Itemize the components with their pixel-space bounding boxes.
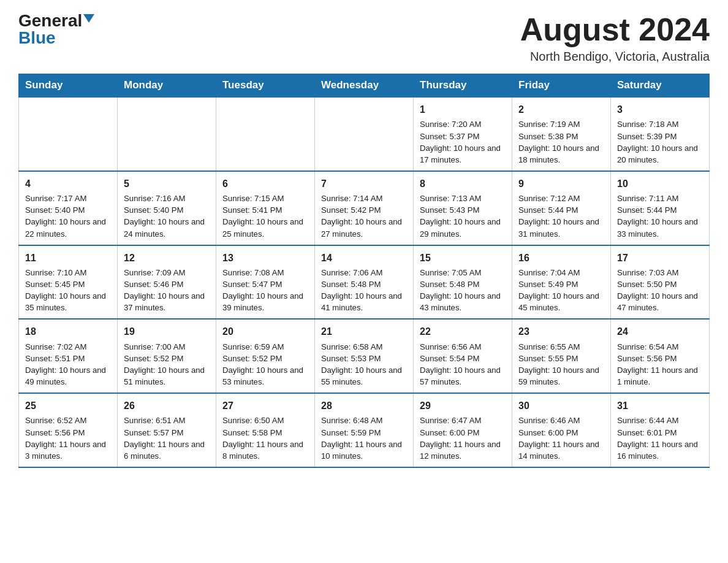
day-number: 1 [420, 102, 506, 117]
day-number: 4 [25, 177, 111, 191]
day-number: 6 [222, 177, 308, 191]
day-info: Sunrise: 7:04 AMSunset: 5:49 PMDaylight:… [518, 267, 604, 314]
day-info: Sunrise: 6:47 AMSunset: 6:00 PMDaylight:… [420, 415, 506, 462]
calendar-empty-cell [315, 97, 414, 171]
day-info: Sunrise: 6:48 AMSunset: 5:59 PMDaylight:… [321, 415, 407, 462]
day-info: Sunrise: 7:08 AMSunset: 5:47 PMDaylight:… [222, 267, 308, 314]
calendar-day-cell: 26Sunrise: 6:51 AMSunset: 5:57 PMDayligh… [118, 393, 216, 467]
calendar-week-row: 25Sunrise: 6:52 AMSunset: 5:56 PMDayligh… [19, 393, 710, 467]
day-number: 12 [124, 251, 210, 265]
day-info: Sunrise: 7:19 AMSunset: 5:38 PMDaylight:… [518, 118, 604, 166]
calendar-day-cell: 7Sunrise: 7:14 AMSunset: 5:42 PMDaylight… [315, 171, 414, 245]
day-info: Sunrise: 7:13 AMSunset: 5:43 PMDaylight:… [420, 193, 506, 240]
day-number: 16 [518, 251, 604, 265]
day-info: Sunrise: 7:00 AMSunset: 5:52 PMDaylight:… [124, 341, 210, 388]
month-title: August 2024 [520, 12, 710, 47]
calendar-day-cell: 27Sunrise: 6:50 AMSunset: 5:58 PMDayligh… [216, 393, 315, 467]
calendar-table: SundayMondayTuesdayWednesdayThursdayFrid… [18, 74, 710, 468]
calendar-day-cell: 17Sunrise: 7:03 AMSunset: 5:50 PMDayligh… [611, 245, 710, 320]
day-number: 18 [25, 324, 111, 339]
day-info: Sunrise: 7:06 AMSunset: 5:48 PMDaylight:… [321, 267, 407, 314]
day-info: Sunrise: 6:44 AMSunset: 6:01 PMDaylight:… [617, 415, 703, 462]
day-number: 21 [321, 324, 407, 339]
calendar-day-cell: 9Sunrise: 7:12 AMSunset: 5:44 PMDaylight… [512, 171, 611, 245]
calendar-day-cell: 20Sunrise: 6:59 AMSunset: 5:52 PMDayligh… [216, 319, 315, 393]
day-info: Sunrise: 7:15 AMSunset: 5:41 PMDaylight:… [222, 193, 308, 240]
calendar-day-cell: 13Sunrise: 7:08 AMSunset: 5:47 PMDayligh… [216, 245, 315, 320]
calendar-header-row: SundayMondayTuesdayWednesdayThursdayFrid… [19, 74, 710, 98]
calendar-day-cell: 12Sunrise: 7:09 AMSunset: 5:46 PMDayligh… [118, 245, 216, 320]
day-number: 31 [617, 399, 703, 413]
day-info: Sunrise: 7:09 AMSunset: 5:46 PMDaylight:… [124, 267, 210, 314]
day-number: 23 [518, 324, 604, 339]
calendar-day-cell: 19Sunrise: 7:00 AMSunset: 5:52 PMDayligh… [118, 319, 216, 393]
calendar-day-cell: 22Sunrise: 6:56 AMSunset: 5:54 PMDayligh… [414, 319, 512, 393]
calendar-day-cell: 5Sunrise: 7:16 AMSunset: 5:40 PMDaylight… [118, 171, 216, 245]
day-info: Sunrise: 7:20 AMSunset: 5:37 PMDaylight:… [420, 118, 506, 166]
calendar-day-cell: 15Sunrise: 7:05 AMSunset: 5:48 PMDayligh… [414, 245, 512, 320]
day-info: Sunrise: 7:14 AMSunset: 5:42 PMDaylight:… [321, 193, 407, 240]
calendar-empty-cell [118, 97, 216, 171]
day-number: 26 [124, 399, 210, 413]
day-info: Sunrise: 6:54 AMSunset: 5:56 PMDaylight:… [617, 341, 703, 388]
logo-general-text: General [18, 12, 82, 29]
day-info: Sunrise: 7:11 AMSunset: 5:44 PMDaylight:… [617, 193, 703, 240]
day-number: 17 [617, 251, 703, 265]
day-info: Sunrise: 6:51 AMSunset: 5:57 PMDaylight:… [124, 415, 210, 462]
day-number: 27 [222, 399, 308, 413]
day-info: Sunrise: 6:52 AMSunset: 5:56 PMDaylight:… [25, 415, 111, 462]
calendar-week-row: 4Sunrise: 7:17 AMSunset: 5:40 PMDaylight… [19, 171, 710, 245]
day-header-wednesday: Wednesday [315, 74, 414, 98]
day-info: Sunrise: 7:12 AMSunset: 5:44 PMDaylight:… [518, 193, 604, 240]
calendar-day-cell: 24Sunrise: 6:54 AMSunset: 5:56 PMDayligh… [611, 319, 710, 393]
day-info: Sunrise: 7:16 AMSunset: 5:40 PMDaylight:… [124, 193, 210, 240]
day-number: 7 [321, 177, 407, 191]
calendar-day-cell: 3Sunrise: 7:18 AMSunset: 5:39 PMDaylight… [611, 97, 710, 171]
day-number: 14 [321, 251, 407, 265]
calendar-day-cell: 1Sunrise: 7:20 AMSunset: 5:37 PMDaylight… [414, 97, 512, 171]
calendar-day-cell: 25Sunrise: 6:52 AMSunset: 5:56 PMDayligh… [19, 393, 118, 467]
day-info: Sunrise: 6:58 AMSunset: 5:53 PMDaylight:… [321, 341, 407, 388]
day-header-thursday: Thursday [414, 74, 512, 98]
day-number: 11 [25, 251, 111, 265]
day-number: 20 [222, 324, 308, 339]
calendar-day-cell: 16Sunrise: 7:04 AMSunset: 5:49 PMDayligh… [512, 245, 611, 320]
day-number: 29 [420, 399, 506, 413]
day-number: 22 [420, 324, 506, 339]
day-info: Sunrise: 7:10 AMSunset: 5:45 PMDaylight:… [25, 267, 111, 314]
calendar-week-row: 11Sunrise: 7:10 AMSunset: 5:45 PMDayligh… [19, 245, 710, 320]
day-info: Sunrise: 6:55 AMSunset: 5:55 PMDaylight:… [518, 341, 604, 388]
page-header: General Blue August 2024 North Bendigo, … [18, 12, 710, 64]
day-info: Sunrise: 6:50 AMSunset: 5:58 PMDaylight:… [222, 415, 308, 462]
calendar-week-row: 1Sunrise: 7:20 AMSunset: 5:37 PMDaylight… [19, 97, 710, 171]
day-info: Sunrise: 6:59 AMSunset: 5:52 PMDaylight:… [222, 341, 308, 388]
day-number: 2 [518, 102, 604, 117]
day-number: 28 [321, 399, 407, 413]
calendar-empty-cell [216, 97, 315, 171]
day-info: Sunrise: 7:17 AMSunset: 5:40 PMDaylight:… [25, 193, 111, 240]
day-number: 9 [518, 177, 604, 191]
calendar-day-cell: 31Sunrise: 6:44 AMSunset: 6:01 PMDayligh… [611, 393, 710, 467]
day-info: Sunrise: 7:02 AMSunset: 5:51 PMDaylight:… [25, 341, 111, 388]
calendar-day-cell: 23Sunrise: 6:55 AMSunset: 5:55 PMDayligh… [512, 319, 611, 393]
day-number: 13 [222, 251, 308, 265]
day-number: 15 [420, 251, 506, 265]
calendar-day-cell: 18Sunrise: 7:02 AMSunset: 5:51 PMDayligh… [19, 319, 118, 393]
day-header-monday: Monday [118, 74, 216, 98]
calendar-empty-cell [19, 97, 118, 171]
day-number: 25 [25, 399, 111, 413]
day-number: 19 [124, 324, 210, 339]
calendar-day-cell: 10Sunrise: 7:11 AMSunset: 5:44 PMDayligh… [611, 171, 710, 245]
calendar-week-row: 18Sunrise: 7:02 AMSunset: 5:51 PMDayligh… [19, 319, 710, 393]
day-header-tuesday: Tuesday [216, 74, 315, 98]
calendar-day-cell: 28Sunrise: 6:48 AMSunset: 5:59 PMDayligh… [315, 393, 414, 467]
calendar-day-cell: 11Sunrise: 7:10 AMSunset: 5:45 PMDayligh… [19, 245, 118, 320]
day-number: 8 [420, 177, 506, 191]
calendar-day-cell: 8Sunrise: 7:13 AMSunset: 5:43 PMDaylight… [414, 171, 512, 245]
day-header-friday: Friday [512, 74, 611, 98]
title-block: August 2024 North Bendigo, Victoria, Aus… [520, 12, 710, 64]
day-info: Sunrise: 7:18 AMSunset: 5:39 PMDaylight:… [617, 118, 703, 166]
calendar-day-cell: 29Sunrise: 6:47 AMSunset: 6:00 PMDayligh… [414, 393, 512, 467]
day-number: 10 [617, 177, 703, 191]
day-number: 5 [124, 177, 210, 191]
